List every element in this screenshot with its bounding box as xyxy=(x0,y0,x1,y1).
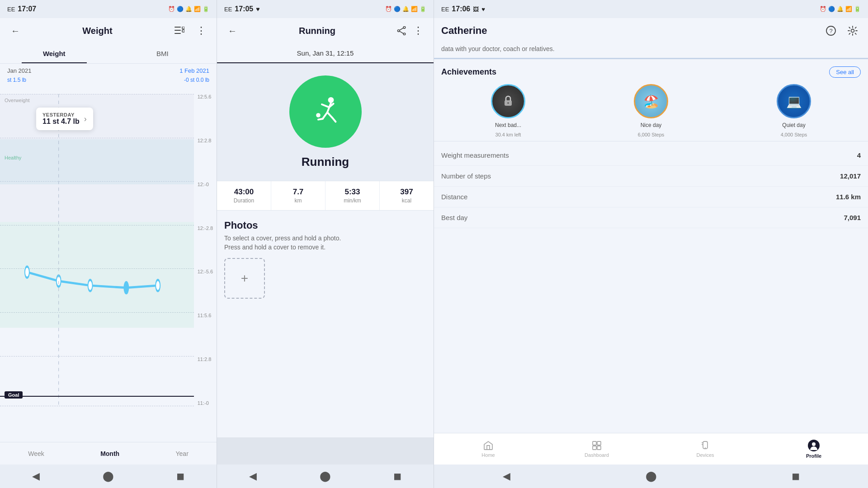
photos-title: Photos xyxy=(224,220,426,231)
carrier-2: EE xyxy=(224,6,232,13)
period-month[interactable]: Month xyxy=(95,448,125,459)
help-button[interactable]: ? xyxy=(823,23,839,39)
beach-emoji: 🏖️ xyxy=(643,94,659,109)
more-button-2[interactable]: ⋮ xyxy=(410,23,426,39)
stats-row-0: Weight measurements 4 xyxy=(434,145,868,166)
carrier-1: EE xyxy=(7,6,15,13)
stat-lbl-kcal: kcal xyxy=(402,197,411,204)
stats-label-1: Number of steps xyxy=(441,172,491,180)
volume-icon-1: 🔔 xyxy=(185,6,192,12)
svg-point-11 xyxy=(156,280,160,291)
status-bar-2: EE 17:05 ♥ ⏰ 🔵 🔔 📶 🔋 xyxy=(217,0,434,18)
achievements-row: Next bad... 30.4 km left 🏖️ Nice day 6,0… xyxy=(441,84,861,137)
bnav-label-profile: Profile xyxy=(806,453,821,459)
back-button-2[interactable]: ← xyxy=(224,23,241,39)
home-nav-1[interactable]: ⬤ xyxy=(97,468,119,484)
stat-km: 7.7 km xyxy=(271,181,326,210)
achievement-sub-1: 6,000 Steps xyxy=(638,132,665,137)
svg-rect-35 xyxy=(597,446,601,450)
date-right: 1 Feb 2021 xyxy=(179,67,209,74)
status-bar-1: EE 17:07 ⏰ 🔵 🔔 📶 🔋 xyxy=(0,0,217,18)
stats-row-2: Distance 11.6 km xyxy=(434,187,868,207)
stats-label-0: Weight measurements xyxy=(441,151,509,159)
stats-label-3: Best day xyxy=(441,214,467,221)
tab-bmi[interactable]: BMI xyxy=(108,43,217,63)
nav-bar-1: ◀ ⬤ ◼ xyxy=(0,465,217,488)
svg-point-9 xyxy=(88,280,93,291)
battery-icon-1: 🔋 xyxy=(203,6,209,12)
alarm-icon-2: ⏰ xyxy=(385,6,392,12)
achievement-item-1: 🏖️ Nice day 6,000 Steps xyxy=(584,84,718,137)
running-stats: 43:00 Duration 7.7 km 5:33 min/km 397 kc… xyxy=(217,181,434,211)
weight-chart: Overweight Healthy 12:5.6 12:2.8 12:-0 1… xyxy=(0,85,217,442)
y-label-2: 12:-0 xyxy=(198,182,213,187)
tab-weight[interactable]: Weight xyxy=(0,43,108,63)
bnav-dashboard[interactable]: Dashboard xyxy=(542,440,651,458)
svg-line-25 xyxy=(332,117,335,122)
bnav-home[interactable]: Home xyxy=(434,440,542,458)
stat-kcal: 397 kcal xyxy=(380,181,434,210)
svg-rect-3 xyxy=(182,27,184,29)
svg-point-31 xyxy=(507,102,509,104)
svg-rect-0 xyxy=(175,27,181,28)
back-nav-1[interactable]: ◀ xyxy=(25,468,47,484)
period-week[interactable]: Week xyxy=(23,448,50,459)
bluetooth-icon-2: 🔵 xyxy=(394,6,401,12)
list-button[interactable] xyxy=(171,23,188,39)
alarm-icon-1: ⏰ xyxy=(168,6,175,12)
change-left: st 1.5 lb xyxy=(7,77,26,83)
running-circle xyxy=(289,75,362,148)
bluetooth-icon-3: 🔵 xyxy=(828,6,835,12)
square-nav-2[interactable]: ◼ xyxy=(387,468,408,484)
stats-row-1: Number of steps 12,017 xyxy=(434,166,868,187)
bnav-label-devices: Devices xyxy=(696,452,714,458)
home-nav-3[interactable]: ⬤ xyxy=(640,468,662,484)
weight-tabs: Weight BMI xyxy=(0,43,217,64)
svg-rect-4 xyxy=(182,30,184,32)
settings-button[interactable] xyxy=(844,23,861,39)
add-photo-button[interactable]: + xyxy=(224,258,265,299)
status-bar-3: EE 17:06 🖼 ♥ ⏰ 🔵 🔔 📶 🔋 xyxy=(434,0,868,18)
home-nav-2[interactable]: ⬤ xyxy=(314,468,336,484)
stat-val-kcal: 397 xyxy=(400,188,413,197)
running-title: Running xyxy=(241,26,394,36)
running-icon xyxy=(307,94,344,130)
weight-chart-svg xyxy=(0,94,194,406)
back-nav-2[interactable]: ◀ xyxy=(242,468,264,484)
status-right-3: ⏰ 🔵 🔔 📶 🔋 xyxy=(820,6,861,12)
stat-lbl-km: km xyxy=(295,197,302,204)
svg-rect-34 xyxy=(593,446,596,450)
alarm-icon-3: ⏰ xyxy=(820,6,826,12)
square-nav-3[interactable]: ◼ xyxy=(785,468,807,484)
more-button-1[interactable]: ⋮ xyxy=(193,23,209,39)
period-year[interactable]: Year xyxy=(170,448,194,459)
bnav-profile[interactable]: Profile xyxy=(760,439,868,459)
status-right-1: ⏰ 🔵 🔔 📶 🔋 xyxy=(168,6,209,12)
svg-text:?: ? xyxy=(829,28,832,34)
profile-subtext: data with your doctor, coach or relative… xyxy=(434,43,868,59)
status-left-2: EE 17:05 ♥ xyxy=(224,5,260,13)
achievement-name-0: Next bad... xyxy=(495,122,521,128)
nav-bar-2: ◀ ⬤ ◼ xyxy=(217,465,434,488)
back-button-1[interactable]: ← xyxy=(7,23,24,39)
share-button[interactable] xyxy=(394,23,410,39)
screen-emoji: 💻 xyxy=(786,94,802,109)
achievements-section: Achievements See all Next bad... 30.4 km… xyxy=(434,59,868,141)
y-label-3: 12:-2.8 xyxy=(198,225,213,231)
bnav-devices[interactable]: Devices xyxy=(651,440,760,458)
back-nav-3[interactable]: ◀ xyxy=(495,468,517,484)
see-all-button[interactable]: See all xyxy=(829,66,861,78)
weight-title: Weight xyxy=(29,26,166,36)
time-3: 17:06 xyxy=(452,5,470,13)
svg-point-13 xyxy=(403,26,406,28)
running-activity-label: Running xyxy=(302,155,349,169)
running-date: Sun, Jan 31, 12:15 xyxy=(217,43,434,63)
square-nav-1[interactable]: ◼ xyxy=(170,468,191,484)
svg-point-14 xyxy=(403,33,406,35)
weight-screen: EE 17:07 ⏰ 🔵 🔔 📶 🔋 ← Weight ⋮ Weight xyxy=(0,0,217,488)
running-bottom-bar xyxy=(217,437,434,465)
profile-screen: EE 17:06 🖼 ♥ ⏰ 🔵 🔔 📶 🔋 Catherine ? xyxy=(434,0,868,488)
y-label-4: 12:-5.6 xyxy=(198,269,213,274)
stat-pace: 5:33 min/km xyxy=(326,181,380,210)
svg-line-23 xyxy=(318,119,323,120)
